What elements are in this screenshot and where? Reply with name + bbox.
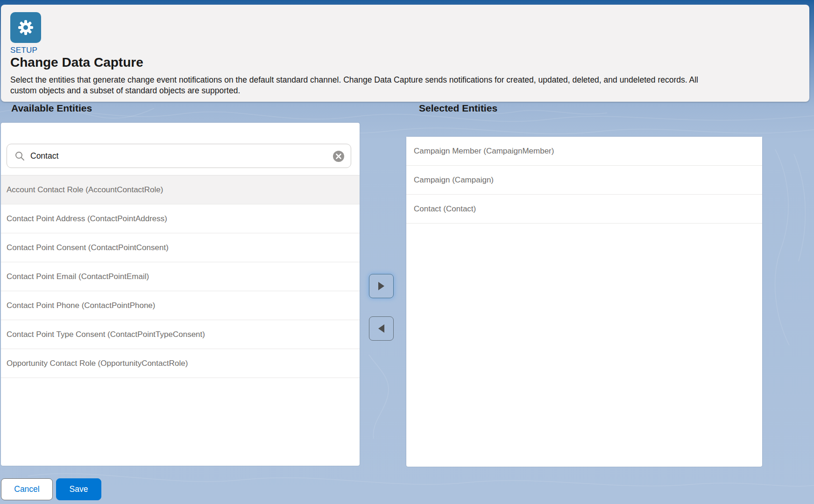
move-to-available-button[interactable] — [369, 316, 394, 341]
setup-tile — [10, 12, 41, 43]
selected-entities-heading: Selected Entities — [419, 103, 497, 114]
page-title: Change Data Capture — [10, 55, 143, 70]
available-entity-row[interactable]: Opportunity Contact Role (OpportunityCon… — [1, 349, 360, 378]
available-entity-row[interactable]: Contact Point Type Consent (ContactPoint… — [1, 320, 360, 349]
available-entity-row[interactable]: Contact Point Email (ContactPointEmail) — [1, 262, 360, 291]
clear-search-button[interactable] — [333, 150, 345, 162]
clear-icon — [333, 150, 345, 162]
search-input[interactable] — [7, 144, 351, 168]
selected-entity-row[interactable]: Campaign (Campaign) — [406, 166, 762, 195]
available-entity-row[interactable]: Account Contact Role (AccountContactRole… — [1, 175, 360, 204]
selected-entity-row[interactable]: Campaign Member (CampaignMember) — [406, 137, 762, 166]
selected-entities-panel: Campaign Member (CampaignMember) Campaig… — [406, 137, 762, 467]
available-entity-row[interactable]: Contact Point Phone (ContactPointPhone) — [1, 291, 360, 320]
setup-eyebrow: SETUP — [10, 46, 37, 55]
selected-entity-row[interactable]: Contact (Contact) — [406, 195, 762, 224]
available-entities-heading: Available Entities — [11, 103, 92, 114]
cancel-button[interactable]: Cancel — [1, 478, 53, 500]
save-button[interactable]: Save — [56, 478, 101, 500]
available-entity-row[interactable]: Contact Point Consent (ContactPointConse… — [1, 233, 360, 262]
setup-header-card: SETUP Change Data Capture Select the ent… — [1, 5, 809, 102]
move-to-selected-button[interactable] — [369, 274, 394, 298]
left-arrow-icon — [378, 324, 384, 333]
available-entities-panel: Account Contact Role (AccountContactRole… — [1, 123, 360, 466]
page-description: Select the entities that generate change… — [10, 75, 711, 96]
available-entities-list: Account Contact Role (AccountContactRole… — [1, 175, 360, 378]
entity-search-box — [7, 144, 351, 168]
right-arrow-icon — [378, 282, 384, 290]
selected-entities-list: Campaign Member (CampaignMember) Campaig… — [406, 137, 762, 224]
gear-icon — [16, 18, 35, 37]
available-entity-row[interactable]: Contact Point Address (ContactPointAddre… — [1, 204, 360, 233]
